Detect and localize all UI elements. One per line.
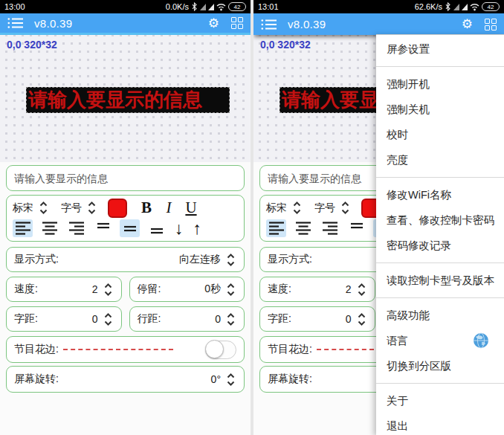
list-menu-icon[interactable] <box>261 19 277 30</box>
line-spacing-stepper[interactable]: 0 <box>215 312 236 327</box>
program-border-label: 节目花边: <box>268 343 312 356</box>
char-spacing-value: 0 <box>92 313 98 325</box>
menu-item-screen-params[interactable]: 屏参设置 <box>376 36 504 62</box>
settings-gear-icon[interactable]: ⚙ <box>462 16 473 32</box>
screen-rotation-label: 屏幕旋转: <box>14 373 59 386</box>
align-left-button[interactable] <box>266 219 286 237</box>
menu-item-switch-partition[interactable]: 切换到分区版 <box>376 353 504 378</box>
text-color-swatch[interactable] <box>108 199 127 218</box>
status-bar: 13:01 62.6K/s 42 <box>253 0 504 13</box>
list-menu-icon[interactable] <box>7 17 24 29</box>
move-up-arrow-button[interactable]: ↑ <box>192 220 204 237</box>
led-program-strip[interactable]: 请输入要显示的信息 <box>26 87 230 113</box>
menu-item-force-on[interactable]: 强制开机 <box>376 71 504 97</box>
panel-coords-label: 0,0 320*32 <box>7 39 57 51</box>
display-mode-label: 显示方式: <box>14 253 59 266</box>
align-right-button[interactable] <box>66 219 86 237</box>
grid-apps-icon[interactable] <box>485 19 497 30</box>
menu-item-read-card-model[interactable]: 读取控制卡型号及版本 <box>376 268 504 293</box>
stepper-icon[interactable] <box>356 312 367 327</box>
menu-item-about[interactable]: 关于 <box>376 388 504 413</box>
speed-stepper[interactable]: 2 <box>92 282 114 297</box>
net-speed: 0.0K/s <box>166 2 189 11</box>
stepper-icon[interactable] <box>103 282 114 297</box>
align-center-button[interactable] <box>39 219 59 237</box>
char-spacing-stepper[interactable]: 0 <box>346 312 367 327</box>
screen-rotation-stepper[interactable]: 0° <box>211 372 236 387</box>
move-down-arrow-button[interactable]: ↓ <box>173 220 185 237</box>
valign-top-button[interactable] <box>346 219 366 237</box>
phone-screen-left: 13:00 0.0K/s 42 v8.0.39 ⚙ 0,0 320*32 请输入… <box>0 0 251 435</box>
font-family-stepper-icon[interactable] <box>38 200 49 216</box>
bold-button[interactable]: B <box>138 199 155 217</box>
char-spacing-value: 0 <box>346 313 352 325</box>
menu-item-brightness[interactable]: 亮度 <box>376 147 504 173</box>
settings-gear-icon[interactable]: ⚙ <box>208 16 219 31</box>
menu-divider <box>376 262 504 263</box>
menu-item-wifi-name[interactable]: 修改WiFi名称 <box>376 182 504 207</box>
stepper-icon[interactable] <box>225 252 236 268</box>
speed-value: 2 <box>346 283 352 295</box>
dwell-stepper[interactable]: 0秒 <box>204 282 236 297</box>
menu-divider <box>376 383 504 384</box>
cell-signal-icon <box>208 4 214 10</box>
dwell-row: 停留: 0秒 <box>129 277 245 302</box>
font-family-stepper-icon[interactable] <box>291 200 303 216</box>
status-time: 13:00 <box>4 2 25 11</box>
menu-item-card-password[interactable]: 查看、修改控制卡密码 <box>376 207 504 233</box>
bluetooth-icon <box>191 2 198 11</box>
bluetooth-icon <box>445 2 451 11</box>
line-spacing-label: 行距: <box>138 312 161 326</box>
char-spacing-label: 字距: <box>14 312 38 326</box>
program-border-label: 节目花边: <box>14 343 59 356</box>
text-toolbar: 标宋 字号 B I U ↓ ↑ <box>6 195 245 242</box>
align-right-button[interactable] <box>320 219 340 237</box>
screen-rotation-label: 屏幕旋转: <box>268 373 312 386</box>
font-size-label: 字号 <box>314 202 335 215</box>
screen-rotation-row: 屏幕旋转: 0° <box>6 366 245 393</box>
message-input[interactable] <box>6 165 245 191</box>
editor-form: 标宋 字号 B I U ↓ ↑ <box>0 162 251 393</box>
menu-item-exit[interactable]: 退出 <box>376 413 504 435</box>
valign-top-button[interactable] <box>93 219 113 237</box>
valign-middle-button[interactable] <box>120 219 140 237</box>
globe-icon <box>473 332 489 349</box>
cell-signal-icon <box>453 4 459 10</box>
speed-stepper[interactable]: 2 <box>346 282 367 297</box>
display-mode-select[interactable]: 向左连移 <box>179 252 236 268</box>
net-speed: 62.6K/s <box>415 2 442 11</box>
italic-button[interactable]: I <box>160 199 178 217</box>
font-size-stepper-icon[interactable] <box>340 200 351 216</box>
led-preview-area: 0,0 320*32 请输入要显示的信息 <box>0 35 251 162</box>
font-family-value[interactable]: 标宋 <box>13 202 33 215</box>
menu-divider <box>376 66 504 67</box>
valign-bottom-button[interactable] <box>146 219 167 237</box>
menu-item-language[interactable]: 语言 <box>376 328 504 353</box>
status-time: 13:01 <box>258 2 279 11</box>
align-left-button[interactable] <box>13 219 33 237</box>
menu-divider <box>376 177 504 178</box>
dwell-value: 0秒 <box>204 283 221 296</box>
stepper-icon[interactable] <box>103 312 114 327</box>
font-family-value[interactable]: 标宋 <box>266 202 287 215</box>
menu-item-force-off[interactable]: 强制关机 <box>376 97 504 122</box>
grid-apps-icon[interactable] <box>231 17 243 29</box>
menu-item-advanced[interactable]: 高级功能 <box>376 303 504 328</box>
menu-item-password-log[interactable]: 密码修改记录 <box>376 233 504 258</box>
panel-coords-label: 0,0 320*32 <box>260 39 311 51</box>
battery-icon: 42 <box>482 2 500 11</box>
stepper-icon[interactable] <box>356 282 367 297</box>
stepper-icon[interactable] <box>225 312 236 327</box>
align-center-button[interactable] <box>293 219 313 237</box>
menu-divider <box>376 297 504 298</box>
stepper-icon[interactable] <box>225 282 236 297</box>
underline-button[interactable]: U <box>182 199 200 217</box>
menu-item-time-sync[interactable]: 校时 <box>376 122 504 147</box>
font-size-stepper-icon[interactable] <box>86 200 97 216</box>
program-border-toggle[interactable] <box>205 341 236 359</box>
status-bar: 13:00 0.0K/s 42 <box>0 0 251 13</box>
char-spacing-stepper[interactable]: 0 <box>92 312 114 327</box>
stepper-icon[interactable] <box>225 372 236 387</box>
cell-signal-icon <box>462 4 468 10</box>
speed-value: 2 <box>92 283 98 295</box>
